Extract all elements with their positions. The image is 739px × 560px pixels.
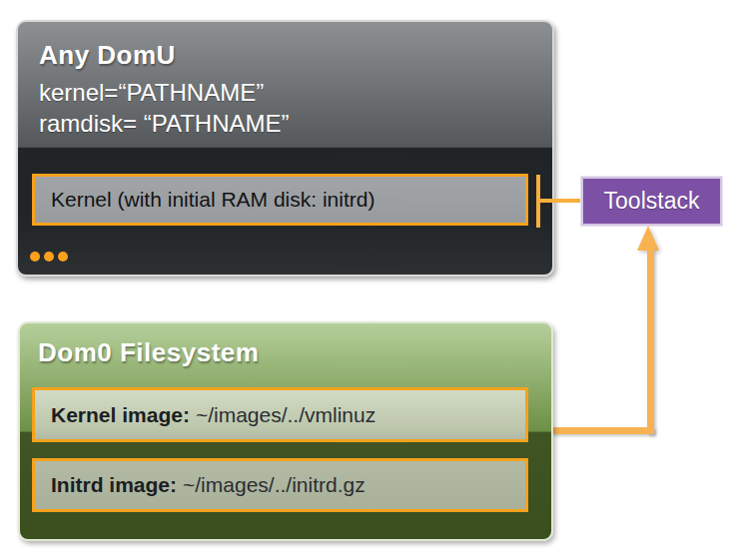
diagram-canvas: Any DomU kernel=“PATHNAME” ramdisk= “PAT… xyxy=(0,0,739,560)
initrd-image-box: Initrd image: ~/images/../initrd.gz xyxy=(32,458,528,512)
domu-title: Any DomU xyxy=(39,40,176,71)
kernel-image-path: ~/images/../vmlinuz xyxy=(196,403,375,427)
connector-line-horizontal xyxy=(540,199,582,203)
domu-config-ramdisk-line: ramdisk= “PATHNAME” xyxy=(39,108,289,139)
arrow-shaft-vertical xyxy=(647,249,654,434)
kernel-image-box: Kernel image: ~/images/../vmlinuz xyxy=(32,387,528,442)
initrd-image-label: Initrd image: xyxy=(51,473,177,497)
ellipsis-dot xyxy=(44,252,54,262)
ellipsis-icon xyxy=(30,252,68,262)
kernel-image-label: Kernel image: xyxy=(51,403,190,427)
kernel-slot-label: Kernel (with initial RAM disk: initrd) xyxy=(51,188,374,212)
initrd-image-path: ~/images/../initrd.gz xyxy=(183,473,366,497)
toolstack-label: Toolstack xyxy=(604,188,700,215)
ellipsis-dot xyxy=(30,252,40,262)
domu-config-block: kernel=“PATHNAME” ramdisk= “PATHNAME” xyxy=(39,77,289,139)
toolstack-box: Toolstack xyxy=(581,177,722,226)
dom0-filesystem-box: Dom0 Filesystem Kernel image: ~/images/.… xyxy=(18,321,553,541)
dom0-title: Dom0 Filesystem xyxy=(38,337,259,368)
arrow-up-head xyxy=(637,226,659,251)
arrow-shaft-horizontal xyxy=(551,427,654,434)
kernel-slot-box: Kernel (with initial RAM disk: initrd) xyxy=(32,174,528,226)
ellipsis-dot xyxy=(58,252,68,262)
domu-config-kernel-line: kernel=“PATHNAME” xyxy=(39,77,289,108)
domu-box: Any DomU kernel=“PATHNAME” ramdisk= “PAT… xyxy=(16,20,554,277)
